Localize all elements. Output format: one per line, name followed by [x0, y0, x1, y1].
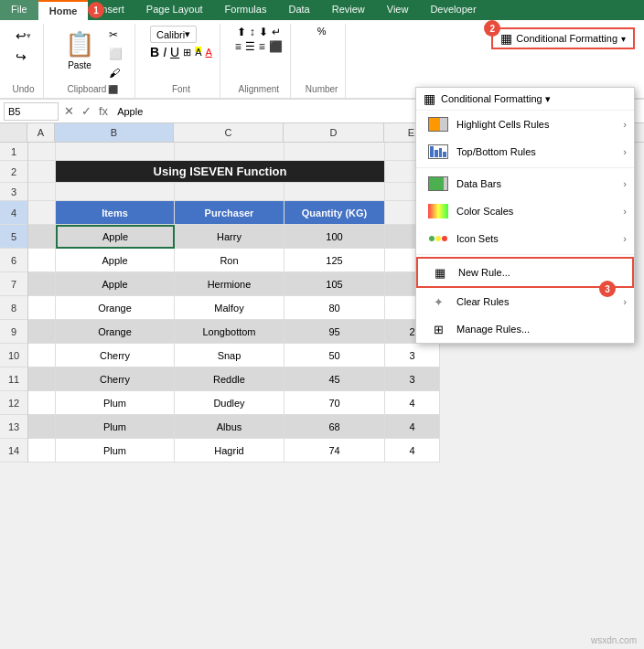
- merge-button[interactable]: ⬛: [269, 40, 283, 53]
- cell-D13[interactable]: 68: [284, 415, 385, 439]
- wrap-text-button[interactable]: ↵: [272, 26, 281, 38]
- cell-A7[interactable]: [28, 272, 56, 296]
- align-bottom-button[interactable]: ⬇: [259, 26, 268, 38]
- cell-B1[interactable]: [56, 143, 175, 161]
- cell-E12[interactable]: 4: [385, 391, 440, 415]
- align-left-button[interactable]: ≡: [235, 40, 242, 53]
- cell-C11[interactable]: Reddle: [175, 367, 284, 391]
- row-header-12[interactable]: 12: [0, 391, 27, 415]
- copy-button[interactable]: ⬜: [104, 45, 127, 63]
- cell-A6[interactable]: [28, 249, 56, 272]
- cell-C9[interactable]: Longbottom: [175, 320, 284, 344]
- cell-A2[interactable]: [28, 161, 56, 183]
- cell-C1[interactable]: [175, 143, 284, 161]
- tab-file[interactable]: File: [0, 0, 38, 20]
- undo-button[interactable]: ↩ ▾: [11, 26, 36, 46]
- cell-C4[interactable]: Purchaser: [175, 201, 284, 225]
- cell-C7[interactable]: Hermione: [175, 272, 284, 296]
- cell-B3[interactable]: [56, 183, 175, 201]
- tab-developer[interactable]: Developer: [419, 0, 487, 20]
- cell-title[interactable]: Using ISEVEN Function: [56, 161, 385, 183]
- cut-button[interactable]: ✂: [104, 26, 127, 44]
- cell-D10[interactable]: 50: [284, 344, 385, 367]
- confirm-formula-icon[interactable]: ✓: [80, 104, 93, 118]
- tab-view[interactable]: View: [376, 0, 420, 20]
- cell-D4[interactable]: Quantity (KG): [284, 201, 385, 225]
- font-selector[interactable]: Calibri ▾: [150, 26, 197, 43]
- cell-C14[interactable]: Hagrid: [175, 439, 284, 463]
- cell-A3[interactable]: [28, 183, 56, 201]
- cell-A4[interactable]: [28, 201, 56, 225]
- paste-button[interactable]: 📋 Paste: [59, 26, 101, 75]
- cancel-formula-icon[interactable]: ✕: [62, 104, 76, 118]
- cell-D8[interactable]: 80: [284, 296, 385, 320]
- tab-home[interactable]: Home 1: [38, 0, 89, 20]
- cell-C6[interactable]: Ron: [175, 249, 284, 272]
- cell-E11[interactable]: 3: [385, 367, 440, 391]
- cell-D12[interactable]: 70: [284, 391, 385, 415]
- row-header-1[interactable]: 1: [0, 143, 27, 161]
- clear-rules-item[interactable]: ✦ Clear Rules › 3: [416, 288, 634, 315]
- cell-B7[interactable]: Apple: [56, 272, 175, 296]
- tab-data[interactable]: Data: [277, 0, 320, 20]
- cell-A10[interactable]: [28, 344, 56, 367]
- cell-E14[interactable]: 4: [385, 439, 440, 463]
- cell-A1[interactable]: [28, 143, 56, 161]
- conditional-formatting-button[interactable]: ▦ Conditional Formatting ▾ 2: [491, 27, 635, 49]
- cell-E13[interactable]: 4: [385, 415, 440, 439]
- row-header-10[interactable]: 10: [0, 344, 27, 367]
- row-header-6[interactable]: 6: [0, 249, 27, 272]
- col-header-C[interactable]: C: [174, 123, 284, 142]
- underline-button[interactable]: U: [170, 45, 179, 59]
- cell-B8[interactable]: Orange: [56, 296, 175, 320]
- highlight-cells-rules-item[interactable]: Highlight Cells Rules ›: [416, 111, 634, 138]
- align-middle-button[interactable]: ↕: [250, 26, 255, 38]
- cell-D1[interactable]: [284, 143, 385, 161]
- tab-review[interactable]: Review: [321, 0, 376, 20]
- cell-A12[interactable]: [28, 391, 56, 415]
- insert-function-icon[interactable]: fx: [97, 104, 110, 118]
- cell-A5[interactable]: [28, 225, 56, 249]
- col-header-D[interactable]: D: [284, 123, 384, 142]
- cell-D6[interactable]: 125: [284, 249, 385, 272]
- italic-button[interactable]: I: [163, 45, 166, 59]
- align-center-button[interactable]: ☰: [245, 40, 255, 53]
- cell-B10[interactable]: Cherry: [56, 344, 175, 367]
- top-bottom-rules-item[interactable]: Top/Bottom Rules ›: [416, 138, 634, 165]
- tab-formulas[interactable]: Formulas: [214, 0, 278, 20]
- cell-D14[interactable]: 74: [284, 439, 385, 463]
- row-header-2[interactable]: 2: [0, 161, 27, 183]
- tab-page-layout[interactable]: Page Layout: [135, 0, 214, 20]
- cell-D11[interactable]: 45: [284, 367, 385, 391]
- cell-C5[interactable]: Harry: [175, 225, 284, 249]
- row-header-14[interactable]: 14: [0, 439, 27, 463]
- align-right-button[interactable]: ≡: [259, 40, 265, 53]
- cell-D7[interactable]: 105: [284, 272, 385, 296]
- cell-B14[interactable]: Plum: [56, 439, 175, 463]
- cell-C8[interactable]: Malfoy: [175, 296, 284, 320]
- cell-B9[interactable]: Orange: [56, 320, 175, 344]
- cell-B11[interactable]: Cherry: [56, 367, 175, 391]
- cell-A11[interactable]: [28, 367, 56, 391]
- font-color-button[interactable]: A: [205, 47, 211, 58]
- row-header-8[interactable]: 8: [0, 296, 27, 320]
- row-header-5[interactable]: 5: [0, 225, 27, 249]
- cell-A14[interactable]: [28, 439, 56, 463]
- row-header-13[interactable]: 13: [0, 415, 27, 439]
- cell-C3[interactable]: [175, 183, 284, 201]
- row-header-3[interactable]: 3: [0, 183, 27, 201]
- redo-button[interactable]: ↪: [11, 47, 36, 67]
- cell-D9[interactable]: 95: [284, 320, 385, 344]
- cell-D3[interactable]: [284, 183, 385, 201]
- format-painter-button[interactable]: 🖌: [104, 64, 127, 82]
- border-button[interactable]: ⊞: [183, 47, 191, 59]
- icon-sets-item[interactable]: Icon Sets ›: [416, 225, 634, 252]
- manage-rules-item[interactable]: ⊞ Manage Rules...: [416, 315, 634, 343]
- row-header-9[interactable]: 9: [0, 320, 27, 344]
- cell-A8[interactable]: [28, 296, 56, 320]
- cell-B13[interactable]: Plum: [56, 415, 175, 439]
- data-bars-item[interactable]: Data Bars ›: [416, 170, 634, 197]
- cell-C13[interactable]: Albus: [175, 415, 284, 439]
- cell-reference-input[interactable]: [4, 102, 59, 121]
- cell-B4[interactable]: Items: [56, 201, 175, 225]
